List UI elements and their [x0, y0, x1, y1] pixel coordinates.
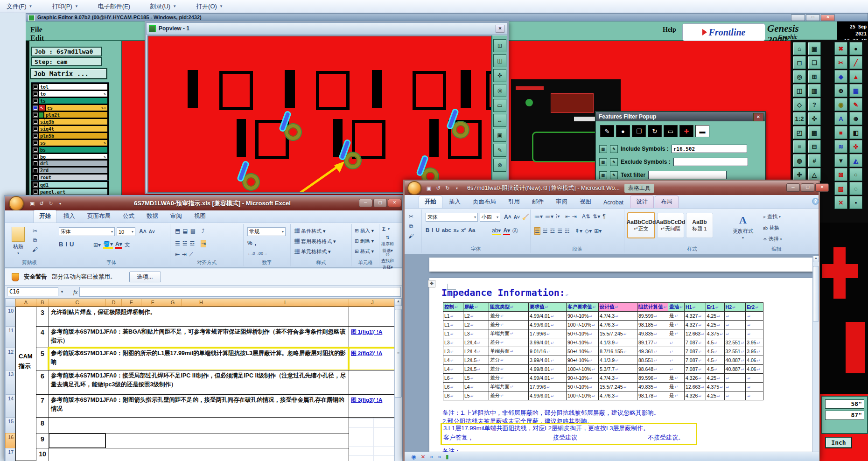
- layer-name[interactable]: to✎: [39, 91, 107, 97]
- word-tab-审阅[interactable]: 审阅: [550, 196, 573, 208]
- table-move-handle[interactable]: ✥: [428, 280, 435, 287]
- style-button-3[interactable]: ▦ 单元格样式 ▾: [294, 248, 331, 255]
- status-icon[interactable]: ▮: [446, 454, 449, 460]
- layer-name[interactable]: tol: [39, 84, 107, 90]
- ge-tool-right-5-icon[interactable]: ◆: [834, 70, 847, 83]
- ge-tool-left-20-icon[interactable]: △: [808, 168, 821, 181]
- layer-name[interactable]: bs: [39, 147, 107, 153]
- layer-name[interactable]: ss✎: [39, 140, 107, 146]
- word-font-button-abc[interactable]: abc: [442, 227, 451, 233]
- draw-line-icon[interactable]: ✎: [600, 125, 614, 137]
- word-clipboard-icons[interactable]: ✂⧉🖌: [408, 213, 414, 239]
- ge-tool-left-12-icon[interactable]: ✜: [808, 112, 821, 125]
- ge-tool-left-4-icon[interactable]: ❏: [808, 56, 821, 69]
- excel-qat[interactable]: ▣↺↻▾: [28, 201, 64, 207]
- layer-row-pln2t[interactable]: pln2t: [33, 112, 107, 118]
- layer-checkbox[interactable]: [33, 175, 38, 180]
- layer-row-2rd[interactable]: 2rd: [33, 168, 107, 173]
- units-button[interactable]: Inch: [825, 437, 852, 448]
- layer-name[interactable]: pln5b: [39, 133, 107, 139]
- include-browse-icon[interactable]: ▧: [599, 145, 607, 153]
- excel-tab-视图[interactable]: 视图: [189, 210, 211, 223]
- back-icon[interactable]: «: [430, 454, 434, 460]
- forward-icon[interactable]: »: [438, 454, 441, 460]
- word-qat[interactable]: ▣↺↻▾: [425, 185, 461, 191]
- popview-close-button[interactable]: ✕: [496, 25, 504, 33]
- cell-c14[interactable]: 参考前版本6S7MD1JFA0：附图箭头指示孔壁间距不足的，接受两孔间存在破孔的…: [49, 394, 349, 418]
- style-card-2[interactable]: AaBbCcDd↵无间隔: [657, 213, 684, 238]
- ge-minimize-button[interactable]: ─: [791, 14, 805, 21]
- column-header-H[interactable]: H: [181, 299, 221, 307]
- layer-checkbox[interactable]: [33, 189, 38, 195]
- ge-tool-right-7-icon[interactable]: ⊕: [834, 84, 847, 97]
- column-header-D[interactable]: D: [105, 299, 122, 307]
- cell-b15[interactable]: 8: [36, 417, 49, 433]
- popview-titlebar[interactable]: Popview - 1 ✕: [146, 22, 507, 35]
- word-font-button-x₂[interactable]: x₂: [454, 227, 459, 233]
- style-gallery[interactable]: AaBbCcDd↵正文AaBbCcDd↵无间隔AaBb标题 1: [627, 212, 713, 238]
- row-header-11[interactable]: 11: [5, 326, 15, 348]
- indent-buttons[interactable]: ⇤⇥⟋: [175, 251, 193, 258]
- number-buttons[interactable]: %,: [247, 240, 256, 246]
- layer-row-qd1[interactable]: qd1: [33, 182, 107, 188]
- word-maximize-button[interactable]: ▢: [801, 183, 814, 192]
- exclude-browse-icon[interactable]: ▧: [599, 158, 607, 166]
- popview-tool-7-icon[interactable]: ▣: [493, 129, 506, 142]
- number-format-select[interactable]: 常规▾: [247, 227, 286, 236]
- ge-tool-right-3-icon[interactable]: ✂: [834, 56, 847, 69]
- find-select-button[interactable]: ◎查找和选择▾: [381, 252, 394, 270]
- layer-checkbox[interactable]: [33, 91, 38, 97]
- ge-tool-left-8-icon[interactable]: ▥: [808, 84, 821, 97]
- ge-titlebar[interactable]: Graphic Editor 9.07b2 (00@HY-HYCAM-PC185…: [26, 13, 868, 21]
- row-header-10[interactable]: 10: [5, 307, 15, 327]
- ge-tool-left-5-icon[interactable]: ◎: [793, 70, 806, 83]
- column-header-J[interactable]: J: [349, 299, 394, 307]
- cell-b12[interactable]: 5: [36, 348, 49, 370]
- desktop-menu-1[interactable]: 文件(F)▼: [4, 1, 35, 12]
- ge-menu-file[interactable]: File: [30, 26, 42, 34]
- paste-button[interactable]: 粘贴▾: [12, 227, 25, 255]
- word-font-button-B[interactable]: B: [426, 227, 429, 233]
- ge-tool-left-17-icon[interactable]: ◍: [793, 154, 806, 167]
- exclude-edit-icon[interactable]: ✎: [610, 158, 618, 166]
- number-glyph[interactable]: %: [247, 240, 252, 246]
- ge-tool-left-14-icon[interactable]: ▩: [808, 126, 821, 139]
- ge-tool-right-12-icon[interactable]: ⊗: [849, 112, 862, 125]
- column-header-F[interactable]: F: [141, 299, 164, 307]
- word-office-button[interactable]: [407, 181, 421, 195]
- layer-row-ts[interactable]: ts: [33, 98, 107, 104]
- word-font-buttons[interactable]: BIUabcx₂x²Aa: [426, 227, 475, 233]
- layer-checkbox[interactable]: [33, 133, 38, 139]
- ge-tool-right-4-icon[interactable]: ╱: [849, 56, 862, 69]
- layer-checkbox[interactable]: [33, 126, 38, 132]
- word-tab-页面布局[interactable]: 页面布局: [467, 196, 502, 208]
- layer-checkbox[interactable]: [33, 84, 38, 90]
- desktop-menu-3[interactable]: 电子邮件(E): [95, 1, 133, 12]
- excel-close-button[interactable]: ✕: [388, 199, 401, 207]
- word-font-button-U[interactable]: U: [436, 227, 440, 233]
- namebox-dropdown-icon[interactable]: ▼: [60, 290, 64, 294]
- ge-tool-right-19-icon[interactable]: ⊠: [834, 168, 847, 181]
- layer-row-drl[interactable]: drl: [33, 161, 107, 166]
- ge-tool-left-1-icon[interactable]: ⌂: [793, 42, 806, 55]
- replace-button[interactable]: ab替换: [763, 224, 779, 231]
- cell-b13[interactable]: 6: [36, 370, 49, 395]
- row-header-12[interactable]: 12: [5, 348, 15, 370]
- clipboard-small-icons[interactable]: ✂⧉🖌: [32, 228, 38, 253]
- ge-tool-left-13-icon[interactable]: ◰: [793, 126, 806, 139]
- style-button-2[interactable]: ▦ 套用表格格式 ▾: [294, 238, 336, 245]
- exclude-symbols-input[interactable]: [673, 158, 748, 166]
- layer-checkbox[interactable]: [33, 161, 38, 166]
- layer-row-tol[interactable]: tol: [33, 84, 107, 90]
- popview-tool-8-icon[interactable]: ✎: [493, 144, 506, 157]
- ge-tool-left-10-icon[interactable]: ?: [808, 98, 821, 111]
- number-glyph[interactable]: ,: [255, 240, 256, 246]
- ge-tool-left-2-icon[interactable]: ▣: [808, 42, 821, 55]
- word-tab-Acrobat[interactable]: Acrobat: [598, 197, 629, 208]
- excel-tab-开始[interactable]: 开始: [33, 210, 57, 223]
- style-card-1[interactable]: AaBbCcDd↵正文: [627, 212, 655, 238]
- layer-name[interactable]: pln2t: [44, 112, 107, 118]
- record-icon[interactable]: ◉: [411, 454, 416, 460]
- excel-tab-公式[interactable]: 公式: [117, 210, 140, 223]
- layer-name[interactable]: panel.art: [39, 189, 107, 195]
